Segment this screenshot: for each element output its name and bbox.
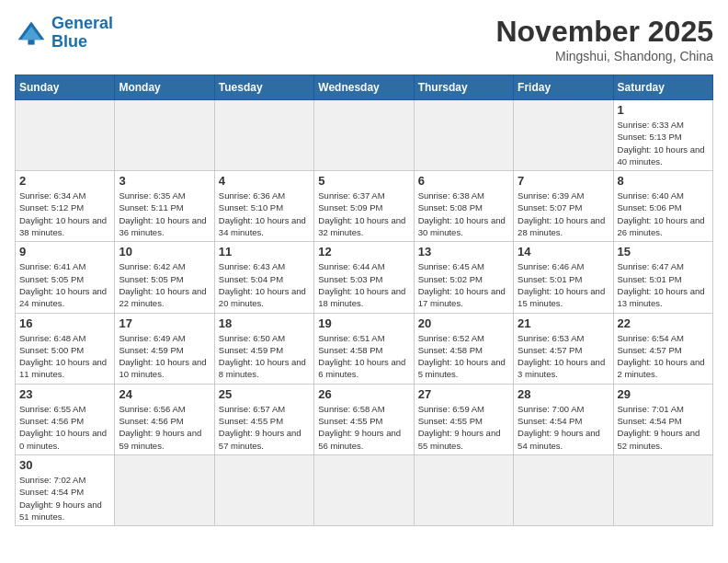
day-number: 23 bbox=[19, 387, 110, 401]
weekday-header-wednesday: Wednesday bbox=[314, 75, 414, 100]
day-info: Sunrise: 6:59 AM Sunset: 4:55 PM Dayligh… bbox=[418, 403, 509, 452]
day-info: Sunrise: 7:01 AM Sunset: 4:54 PM Dayligh… bbox=[618, 403, 709, 452]
day-number: 19 bbox=[318, 316, 409, 330]
calendar-cell: 3Sunrise: 6:35 AM Sunset: 5:11 PM Daylig… bbox=[115, 171, 214, 242]
weekday-header-friday: Friday bbox=[514, 75, 613, 100]
weekday-header-monday: Monday bbox=[115, 75, 214, 100]
day-info: Sunrise: 6:35 AM Sunset: 5:11 PM Dayligh… bbox=[119, 190, 210, 238]
day-info: Sunrise: 6:40 AM Sunset: 5:06 PM Dayligh… bbox=[618, 190, 709, 238]
location-subtitle: Mingshui, Shandong, China bbox=[495, 49, 713, 63]
day-info: Sunrise: 6:47 AM Sunset: 5:01 PM Dayligh… bbox=[618, 260, 709, 309]
calendar-cell: 12Sunrise: 6:44 AM Sunset: 5:03 PM Dayli… bbox=[314, 242, 414, 313]
day-number: 2 bbox=[19, 174, 110, 188]
day-number: 27 bbox=[418, 387, 509, 401]
day-number: 26 bbox=[318, 387, 409, 401]
calendar-table: SundayMondayTuesdayWednesdayThursdayFrid… bbox=[15, 75, 713, 526]
day-number: 30 bbox=[19, 458, 110, 472]
svg-rect-2 bbox=[28, 40, 34, 44]
weekday-header-row: SundayMondayTuesdayWednesdayThursdayFrid… bbox=[16, 75, 713, 100]
day-number: 28 bbox=[518, 387, 609, 401]
calendar-cell: 13Sunrise: 6:45 AM Sunset: 5:02 PM Dayli… bbox=[414, 242, 513, 313]
day-info: Sunrise: 6:39 AM Sunset: 5:07 PM Dayligh… bbox=[518, 190, 609, 238]
calendar-cell bbox=[214, 100, 313, 171]
calendar-cell: 6Sunrise: 6:38 AM Sunset: 5:08 PM Daylig… bbox=[414, 171, 513, 242]
day-number: 15 bbox=[618, 245, 709, 259]
calendar-cell bbox=[414, 100, 513, 171]
day-info: Sunrise: 6:56 AM Sunset: 4:56 PM Dayligh… bbox=[119, 403, 210, 452]
calendar-cell: 1Sunrise: 6:33 AM Sunset: 5:13 PM Daylig… bbox=[613, 100, 712, 171]
calendar-cell: 29Sunrise: 7:01 AM Sunset: 4:54 PM Dayli… bbox=[613, 384, 712, 454]
calendar-cell bbox=[514, 100, 613, 171]
day-info: Sunrise: 6:48 AM Sunset: 5:00 PM Dayligh… bbox=[19, 332, 110, 381]
day-number: 16 bbox=[19, 316, 110, 330]
calendar-cell: 4Sunrise: 6:36 AM Sunset: 5:10 PM Daylig… bbox=[214, 171, 313, 242]
calendar-cell: 25Sunrise: 6:57 AM Sunset: 4:55 PM Dayli… bbox=[214, 384, 313, 454]
calendar-row: 2Sunrise: 6:34 AM Sunset: 5:12 PM Daylig… bbox=[16, 171, 713, 242]
calendar-cell: 8Sunrise: 6:40 AM Sunset: 5:06 PM Daylig… bbox=[613, 171, 712, 242]
day-number: 17 bbox=[119, 316, 210, 330]
day-number: 11 bbox=[219, 245, 310, 259]
calendar-cell: 10Sunrise: 6:42 AM Sunset: 5:05 PM Dayli… bbox=[115, 242, 214, 313]
calendar-row: 9Sunrise: 6:41 AM Sunset: 5:05 PM Daylig… bbox=[16, 242, 713, 313]
page-header: GeneralBlue November 2025 Mingshui, Shan… bbox=[15, 15, 713, 63]
day-info: Sunrise: 6:41 AM Sunset: 5:05 PM Dayligh… bbox=[19, 260, 110, 309]
calendar-cell: 5Sunrise: 6:37 AM Sunset: 5:09 PM Daylig… bbox=[314, 171, 414, 242]
day-info: Sunrise: 6:49 AM Sunset: 4:59 PM Dayligh… bbox=[119, 332, 210, 381]
day-number: 24 bbox=[119, 387, 210, 401]
day-number: 14 bbox=[518, 245, 609, 259]
calendar-cell bbox=[214, 454, 313, 525]
calendar-cell bbox=[115, 100, 214, 171]
day-number: 21 bbox=[518, 316, 609, 330]
day-number: 9 bbox=[19, 245, 110, 259]
day-number: 7 bbox=[518, 174, 609, 188]
day-info: Sunrise: 6:57 AM Sunset: 4:55 PM Dayligh… bbox=[219, 403, 310, 452]
calendar-cell: 9Sunrise: 6:41 AM Sunset: 5:05 PM Daylig… bbox=[16, 242, 115, 313]
calendar-cell bbox=[613, 454, 712, 525]
calendar-cell: 28Sunrise: 7:00 AM Sunset: 4:54 PM Dayli… bbox=[514, 384, 613, 454]
calendar-cell bbox=[314, 100, 414, 171]
day-info: Sunrise: 6:50 AM Sunset: 4:59 PM Dayligh… bbox=[219, 332, 310, 381]
day-number: 8 bbox=[618, 174, 709, 188]
day-number: 18 bbox=[219, 316, 310, 330]
weekday-header-saturday: Saturday bbox=[613, 75, 712, 100]
calendar-cell: 14Sunrise: 6:46 AM Sunset: 5:01 PM Dayli… bbox=[514, 242, 613, 313]
day-info: Sunrise: 6:52 AM Sunset: 4:58 PM Dayligh… bbox=[418, 332, 509, 381]
calendar-cell: 22Sunrise: 6:54 AM Sunset: 4:57 PM Dayli… bbox=[613, 313, 712, 384]
calendar-cell: 26Sunrise: 6:58 AM Sunset: 4:55 PM Dayli… bbox=[314, 384, 414, 454]
calendar-cell: 16Sunrise: 6:48 AM Sunset: 5:00 PM Dayli… bbox=[16, 313, 115, 384]
calendar-cell: 23Sunrise: 6:55 AM Sunset: 4:56 PM Dayli… bbox=[16, 384, 115, 454]
calendar-row: 30Sunrise: 7:02 AM Sunset: 4:54 PM Dayli… bbox=[16, 454, 713, 525]
day-info: Sunrise: 6:44 AM Sunset: 5:03 PM Dayligh… bbox=[318, 260, 409, 309]
day-info: Sunrise: 6:51 AM Sunset: 4:58 PM Dayligh… bbox=[318, 332, 409, 381]
calendar-cell: 11Sunrise: 6:43 AM Sunset: 5:04 PM Dayli… bbox=[214, 242, 313, 313]
day-info: Sunrise: 6:54 AM Sunset: 4:57 PM Dayligh… bbox=[618, 332, 709, 381]
day-info: Sunrise: 6:45 AM Sunset: 5:02 PM Dayligh… bbox=[418, 260, 509, 309]
day-number: 10 bbox=[119, 245, 210, 259]
calendar-cell: 19Sunrise: 6:51 AM Sunset: 4:58 PM Dayli… bbox=[314, 313, 414, 384]
day-info: Sunrise: 6:58 AM Sunset: 4:55 PM Dayligh… bbox=[318, 403, 409, 452]
calendar-cell bbox=[16, 100, 115, 171]
calendar-cell: 7Sunrise: 6:39 AM Sunset: 5:07 PM Daylig… bbox=[514, 171, 613, 242]
weekday-header-thursday: Thursday bbox=[414, 75, 513, 100]
calendar-cell: 20Sunrise: 6:52 AM Sunset: 4:58 PM Dayli… bbox=[414, 313, 513, 384]
calendar-cell: 27Sunrise: 6:59 AM Sunset: 4:55 PM Dayli… bbox=[414, 384, 513, 454]
calendar-cell: 17Sunrise: 6:49 AM Sunset: 4:59 PM Dayli… bbox=[115, 313, 214, 384]
weekday-header-tuesday: Tuesday bbox=[214, 75, 313, 100]
day-info: Sunrise: 6:55 AM Sunset: 4:56 PM Dayligh… bbox=[19, 403, 110, 452]
logo-icon bbox=[15, 17, 48, 50]
calendar-cell: 15Sunrise: 6:47 AM Sunset: 5:01 PM Dayli… bbox=[613, 242, 712, 313]
day-number: 20 bbox=[418, 316, 509, 330]
logo: GeneralBlue bbox=[15, 15, 113, 52]
day-number: 6 bbox=[418, 174, 509, 188]
calendar-row: 16Sunrise: 6:48 AM Sunset: 5:00 PM Dayli… bbox=[16, 313, 713, 384]
day-info: Sunrise: 6:36 AM Sunset: 5:10 PM Dayligh… bbox=[219, 190, 310, 238]
day-info: Sunrise: 6:37 AM Sunset: 5:09 PM Dayligh… bbox=[318, 190, 409, 238]
title-block: November 2025 Mingshui, Shandong, China bbox=[495, 15, 713, 63]
logo-general: General bbox=[51, 14, 113, 32]
calendar-cell: 30Sunrise: 7:02 AM Sunset: 4:54 PM Dayli… bbox=[16, 454, 115, 525]
calendar-row: 23Sunrise: 6:55 AM Sunset: 4:56 PM Dayli… bbox=[16, 384, 713, 454]
day-number: 12 bbox=[318, 245, 409, 259]
day-number: 29 bbox=[618, 387, 709, 401]
day-number: 5 bbox=[318, 174, 409, 188]
day-info: Sunrise: 6:38 AM Sunset: 5:08 PM Dayligh… bbox=[418, 190, 509, 238]
